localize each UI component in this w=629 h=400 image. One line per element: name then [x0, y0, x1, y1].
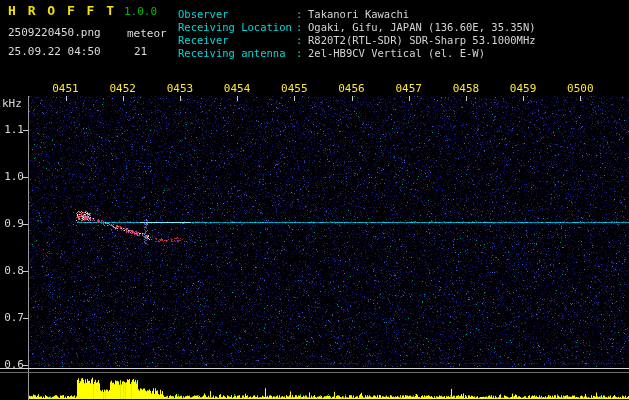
- app-title: H R O F F T: [8, 3, 116, 18]
- y-tick-label: 0.6: [2, 358, 24, 371]
- x-tick-label: 0456: [338, 82, 366, 95]
- x-tick-label: 0453: [166, 82, 194, 95]
- meteor-count: 21: [134, 45, 147, 58]
- info-value: R820T2(RTL-SDR) SDR-Sharp 53.1000MHz: [308, 34, 536, 47]
- spectrogram-canvas: [0, 0, 629, 400]
- y-tick-label: 0.9: [2, 217, 24, 230]
- x-tick-label: 0457: [395, 82, 423, 95]
- y-tick-label: 0.8: [2, 264, 24, 277]
- x-tick-label: 0451: [52, 82, 80, 95]
- x-tick-label: 0458: [452, 82, 480, 95]
- y-tick-label: 1.0: [2, 170, 24, 183]
- y-tick-label: 0.7: [2, 311, 24, 324]
- info-colon: :: [296, 34, 308, 47]
- filename: 2509220450.png: [8, 26, 101, 39]
- info-colon: :: [296, 21, 308, 34]
- mode-label: meteor: [127, 27, 167, 40]
- info-label: Receiver: [178, 34, 296, 47]
- info-value: 2el-HB9CV Vertical (el. E-W): [308, 47, 536, 60]
- info-value: Takanori Kawachi: [308, 8, 536, 21]
- info-label: Receiving Location: [178, 21, 296, 34]
- info-label: Observer: [178, 8, 296, 21]
- freq-unit-label: kHz: [2, 97, 22, 110]
- info-colon: :: [296, 47, 308, 60]
- info-table: Observer:Takanori KawachiReceiving Locat…: [178, 8, 536, 60]
- x-tick-label: 0459: [509, 82, 537, 95]
- x-tick-label: 0455: [280, 82, 308, 95]
- x-tick-label: 0452: [109, 82, 137, 95]
- info-colon: :: [296, 8, 308, 21]
- info-value: Ogaki, Gifu, JAPAN (136.60E, 35.35N): [308, 21, 536, 34]
- x-tick-label: 0500: [566, 82, 594, 95]
- y-tick-label: 1.1: [2, 123, 24, 136]
- info-label: Receiving antenna: [178, 47, 296, 60]
- app-version: 1.0.0: [124, 5, 157, 18]
- hrofft-window: H R O F F T 1.0.0 2509220450.png meteor …: [0, 0, 629, 400]
- x-tick-label: 0454: [223, 82, 251, 95]
- timestamp: 25.09.22 04:50: [8, 45, 101, 58]
